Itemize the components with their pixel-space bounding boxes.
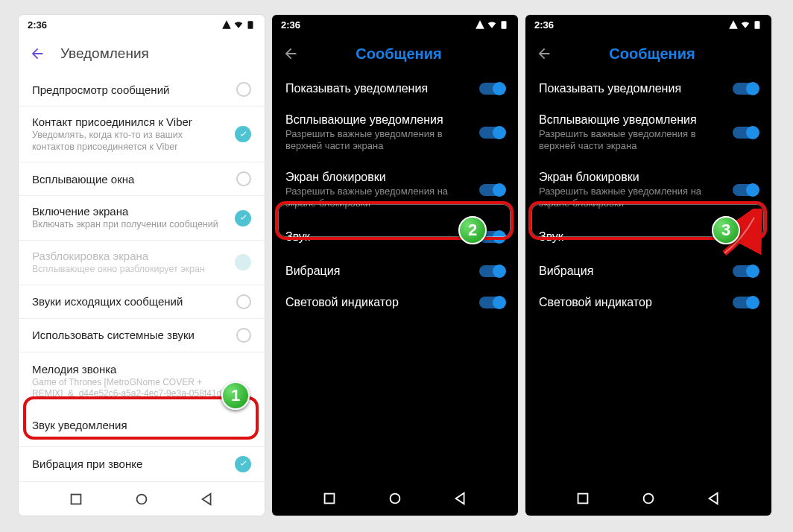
nav-recent-button[interactable] <box>575 490 591 507</box>
row-message-preview[interactable]: Предпросмотр сообщений <box>19 73 265 107</box>
settings-list: Предпросмотр сообщений Контакт присоедин… <box>19 73 265 481</box>
nav-back-button[interactable] <box>706 490 722 507</box>
status-time: 2:36 <box>281 19 300 31</box>
svg-rect-7 <box>578 494 588 504</box>
row-outgoing-sounds[interactable]: Звуки исходящих сообщений <box>19 285 265 319</box>
row-show-notifications[interactable]: Показывать уведомления <box>525 73 771 104</box>
svg-point-2 <box>137 494 147 504</box>
signal-icon <box>221 19 232 30</box>
row-system-sounds[interactable]: Использовать системные звуки <box>19 319 265 352</box>
nav-back-button[interactable] <box>199 491 215 507</box>
radio-unchecked-icon[interactable] <box>236 328 251 343</box>
toggle-on[interactable] <box>733 184 758 196</box>
checkbox-disabled-icon <box>235 254 251 270</box>
row-label: Звуки исходящих сообщений <box>32 295 227 308</box>
toggle-on[interactable] <box>479 297 505 308</box>
settings-list: Показывать уведомления Всплывающие уведо… <box>272 73 518 481</box>
nav-bar <box>19 481 265 516</box>
signal-icon <box>475 19 485 30</box>
row-notification-sound[interactable]: Звук уведомления <box>19 404 265 447</box>
nav-back-button[interactable] <box>452 490 469 507</box>
row-label: Показывать уведомления <box>539 82 724 95</box>
row-vibrate[interactable]: Вибрация <box>272 256 518 287</box>
callout-badge-3: 3 <box>712 216 740 244</box>
nav-home-button[interactable] <box>640 490 657 507</box>
row-vibrate-call[interactable]: Вибрация при звонке <box>19 447 265 482</box>
svg-point-8 <box>644 494 654 504</box>
battery-icon <box>752 19 762 30</box>
back-button[interactable] <box>282 45 299 62</box>
nav-home-button[interactable] <box>387 490 403 507</box>
toggle-on[interactable] <box>733 265 758 277</box>
status-icons <box>475 19 509 30</box>
toggle-on[interactable] <box>479 265 505 277</box>
row-label: Разблокировка экрана <box>32 250 226 262</box>
back-button[interactable] <box>29 45 45 62</box>
status-bar: 2:36 <box>272 15 518 34</box>
status-bar: 2:36 <box>525 15 771 34</box>
row-label: Включение экрана <box>32 205 226 218</box>
row-sublabel: Включать экран при получении сообщений <box>32 219 226 231</box>
row-label: Предпросмотр сообщений <box>32 83 227 96</box>
row-label: Всплывающие уведомления <box>539 113 724 127</box>
header: Сообщения <box>525 34 771 73</box>
row-sublabel: Разрешить важные уведомления в верхней ч… <box>285 128 470 153</box>
row-label: Контакт присоединился к Viber <box>32 115 226 128</box>
nav-bar <box>272 481 518 516</box>
row-label: Показывать уведомления <box>285 82 470 95</box>
row-lock-screen[interactable]: Экран блокировки Разрешить важные уведом… <box>525 162 771 219</box>
toggle-on[interactable] <box>479 184 505 196</box>
row-label: Звук <box>285 230 470 244</box>
row-popup-windows[interactable]: Всплывающие окна <box>19 162 265 196</box>
row-screen-on[interactable]: Включение экрана Включать экран при полу… <box>19 196 265 241</box>
row-contact-joined[interactable]: Контакт присоединился к Viber Уведомлять… <box>19 107 265 162</box>
row-screen-unlock: Разблокировка экрана Всплывающее окно ра… <box>19 241 265 285</box>
svg-rect-6 <box>755 21 760 28</box>
row-label: Вибрация <box>285 265 470 278</box>
nav-recent-button[interactable] <box>68 491 84 507</box>
nav-home-button[interactable] <box>133 491 150 507</box>
toggle-on[interactable] <box>733 83 758 95</box>
row-label: Всплывающие уведомления <box>285 113 470 127</box>
header-title: Сообщения <box>567 45 737 63</box>
row-label: Звук <box>539 230 724 244</box>
row-label: Экран блокировки <box>285 171 470 184</box>
row-popup-notifications[interactable]: Всплывающие уведомления Разрешить важные… <box>272 104 518 162</box>
checkbox-on-icon[interactable] <box>235 210 251 227</box>
svg-rect-1 <box>72 494 81 504</box>
checkbox-on-icon[interactable] <box>235 456 251 472</box>
toggle-on[interactable] <box>733 127 758 139</box>
status-time: 2:36 <box>534 19 554 31</box>
phone-panel-3: 2:36 Сообщения Показывать уведомления Вс… <box>525 15 771 516</box>
row-label: Световой индикатор <box>285 296 470 309</box>
checkbox-on-icon[interactable] <box>235 126 251 142</box>
radio-unchecked-icon[interactable] <box>236 294 251 309</box>
row-show-notifications[interactable]: Показывать уведомления <box>272 73 518 104</box>
wifi-icon <box>740 19 751 30</box>
row-label: Вибрация <box>539 265 724 278</box>
row-light-indicator[interactable]: Световой индикатор <box>272 287 518 318</box>
settings-list: Показывать уведомления Всплывающие уведо… <box>525 73 771 481</box>
radio-unchecked-icon[interactable] <box>236 82 251 97</box>
toggle-on[interactable] <box>733 297 758 308</box>
toggle-on[interactable] <box>479 83 505 95</box>
nav-recent-button[interactable] <box>321 490 338 507</box>
row-popup-notifications[interactable]: Всплывающие уведомления Разрешить важные… <box>525 104 771 162</box>
wifi-icon <box>487 19 497 30</box>
back-button[interactable] <box>536 45 552 62</box>
row-label: Использовать системные звуки <box>32 329 227 341</box>
status-icons <box>221 19 256 30</box>
row-light-indicator[interactable]: Световой индикатор <box>525 287 771 318</box>
row-sublabel: Game of Thrones [MetroGNome COVER + REMI… <box>32 377 251 399</box>
battery-icon <box>245 19 256 30</box>
callout-badge-2: 2 <box>458 216 487 244</box>
row-lock-screen[interactable]: Экран блокировки Разрешить важные уведом… <box>272 162 518 219</box>
header: Сообщения <box>272 34 518 73</box>
row-label: Экран блокировки <box>539 171 724 184</box>
radio-unchecked-icon[interactable] <box>236 171 251 186</box>
status-bar: 2:36 <box>19 15 265 34</box>
toggle-on[interactable] <box>479 127 505 139</box>
header-title: Уведомления <box>60 45 149 62</box>
row-vibrate[interactable]: Вибрация <box>525 256 771 287</box>
wifi-icon <box>233 19 244 30</box>
